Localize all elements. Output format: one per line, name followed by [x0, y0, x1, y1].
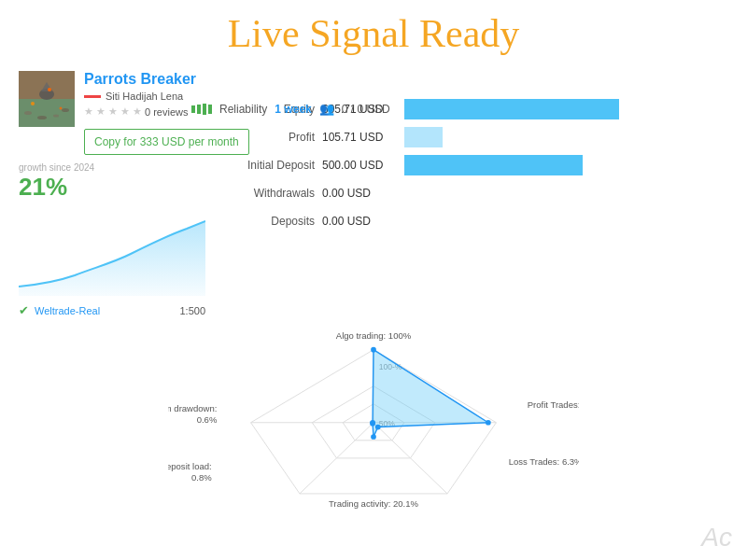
growth-percent: 21%: [19, 175, 205, 199]
avatar-name-row: Parrots Breaker Siti Hadijah Lena ★ ★ ★ …: [19, 71, 205, 155]
reviews-count: 0 reviews: [145, 106, 188, 118]
svg-text:Trading activity: 20.1%: Trading activity: 20.1%: [329, 498, 418, 509]
star-3-icon: ★: [108, 105, 118, 118]
svg-point-9: [31, 102, 35, 105]
svg-text:Profit Trades: 93.8%: Profit Trades: 93.8%: [528, 399, 579, 410]
radar-chart: 50% 100-%: [168, 325, 579, 511]
svg-point-10: [60, 107, 63, 110]
growth-label: growth since 2024: [19, 162, 205, 173]
svg-point-22: [371, 347, 376, 353]
svg-text:Max deposit load:: Max deposit load:: [168, 461, 212, 471]
week-value: 1 week: [275, 103, 311, 116]
bar-container-3: [404, 183, 728, 203]
svg-point-5: [62, 108, 69, 112]
bar-container-0: [404, 99, 728, 119]
svg-text:Loss Trades: 6.3%: Loss Trades: 6.3%: [509, 456, 579, 467]
svg-text:Algo trading: 100%: Algo trading: 100%: [336, 330, 412, 341]
bars-container: Equity605.71 USDProfit105.71 USDInitial …: [217, 99, 728, 231]
bar-fill-2: [404, 155, 583, 175]
svg-point-2: [24, 111, 32, 115]
star-4-icon: ★: [120, 105, 130, 118]
bar-row-2: Initial Deposit500.00 USD: [217, 155, 728, 175]
bar-label-4: Deposits: [217, 215, 315, 228]
bar-fill-0: [404, 99, 619, 119]
bar-row-1: Profit105.71 USD: [217, 127, 728, 147]
users-icon: 👥: [319, 102, 334, 116]
bar-container-4: [404, 211, 728, 231]
star-1-icon: ★: [84, 105, 93, 118]
watermark: Ac: [701, 523, 732, 553]
svg-text:Maximum drawdown:: Maximum drawdown:: [168, 403, 217, 413]
author-dash-icon: [84, 95, 101, 98]
signal-card: Parrots Breaker Siti Hadijah Lena ★ ★ ★ …: [0, 63, 747, 317]
rel-bar-1: [191, 105, 195, 113]
avatar: [19, 71, 75, 127]
svg-point-8: [48, 88, 51, 91]
users-count: 0 / 0 USD: [342, 103, 390, 116]
bar-value-2: 500.00 USD: [322, 159, 397, 172]
svg-point-24: [375, 425, 381, 430]
reliability-label: Reliability: [219, 103, 267, 116]
bar-value-3: 0.00 USD: [322, 187, 397, 200]
bar-container-2: [404, 155, 728, 175]
bar-value-1: 105.71 USD: [322, 131, 397, 144]
bar-row-4: Deposits0.00 USD: [217, 211, 728, 231]
author-name: Siti Hadijah Lena: [106, 91, 183, 102]
svg-point-27: [370, 420, 375, 426]
rel-bar-2: [197, 105, 201, 114]
svg-point-25: [371, 434, 376, 440]
svg-point-23: [486, 420, 491, 426]
reliability-row: Reliability 1 week 👥 0 / 0 USD: [191, 102, 390, 116]
left-section: Parrots Breaker Siti Hadijah Lena ★ ★ ★ …: [19, 71, 205, 317]
broker-row: ✔ Weltrade-Real 1:500: [19, 303, 205, 317]
growth-area: growth since 2024 21%: [19, 162, 205, 300]
svg-text:0.8%: 0.8%: [191, 472, 212, 483]
bar-fill-1: [404, 127, 443, 147]
star-2-icon: ★: [96, 105, 106, 118]
bar-label-3: Withdrawals: [217, 187, 315, 200]
bar-label-1: Profit: [217, 131, 315, 144]
svg-point-4: [53, 115, 59, 118]
bottom-section: 50% 100-%: [0, 317, 747, 511]
svg-point-3: [37, 116, 47, 119]
bar-label-2: Initial Deposit: [217, 159, 315, 172]
svg-text:0.6%: 0.6%: [197, 414, 218, 425]
star-5-icon: ★: [133, 105, 142, 118]
page-title: Live Signal Ready: [0, 0, 747, 63]
reliability-bars: [191, 104, 212, 115]
growth-chart: [19, 203, 205, 296]
bar-value-4: 0.00 USD: [322, 215, 397, 228]
radar-container: 50% 100-%: [168, 325, 579, 511]
bar-container-1: [404, 127, 728, 147]
broker-name: Weltrade-Real: [35, 305, 100, 316]
broker-check-icon: ✔: [19, 303, 29, 317]
rel-bar-4: [208, 105, 212, 114]
bar-row-3: Withdrawals0.00 USD: [217, 183, 728, 203]
svg-marker-21: [373, 350, 488, 437]
rel-bar-3: [203, 104, 206, 115]
leverage-value: 1:500: [179, 305, 205, 316]
